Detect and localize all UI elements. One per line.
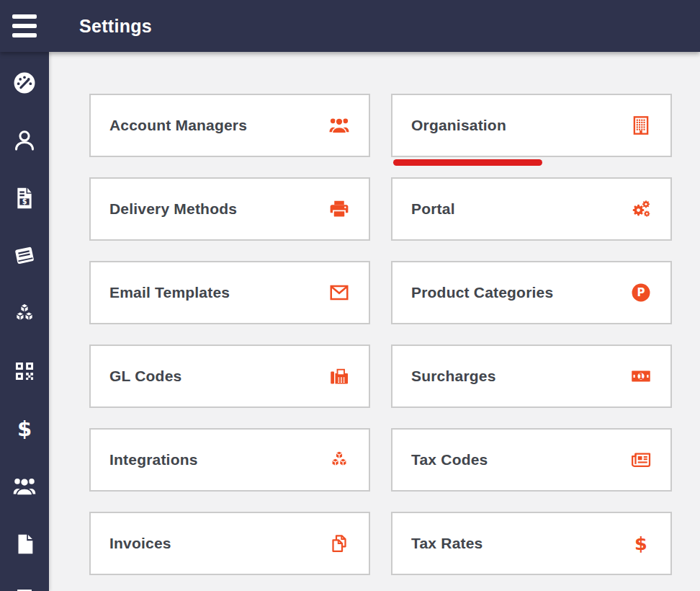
settings-card-organisation[interactable]: Organisation	[391, 94, 672, 157]
settings-card-invoices[interactable]: Invoices	[89, 512, 370, 575]
annotation-underline-icon	[393, 159, 542, 166]
user-icon	[12, 128, 37, 153]
settings-card-gl-codes[interactable]: GL Codes	[89, 345, 370, 408]
dollar-sign-icon: $	[630, 533, 652, 554]
sidebar-item-qrcode[interactable]	[12, 359, 37, 383]
hamburger-bar	[12, 33, 37, 37]
card-label: Product Categories	[411, 284, 553, 301]
tachometer-icon	[12, 71, 37, 95]
copy-icon	[328, 533, 350, 554]
svg-text:$: $	[22, 197, 27, 205]
fax-icon	[328, 365, 350, 387]
sidebar-item-book[interactable]	[12, 244, 37, 268]
print-icon	[328, 198, 350, 220]
card-label: Email Templates	[109, 284, 230, 301]
money-bill-icon: 1	[630, 365, 652, 387]
card-label: Delivery Methods	[109, 200, 237, 218]
settings-card-email-templates[interactable]: Email Templates	[89, 261, 370, 324]
file-icon	[12, 532, 37, 556]
settings-card-product-categories[interactable]: Product Categories P	[391, 261, 672, 324]
svg-text:$: $	[17, 417, 32, 441]
card-label: Tax Rates	[411, 535, 483, 552]
card-label: Organisation	[411, 117, 506, 134]
card-label: Integrations	[109, 451, 198, 468]
hamburger-icon	[12, 14, 37, 37]
file-invoice-dollar-icon: $	[12, 186, 37, 210]
book-icon	[12, 244, 37, 268]
card-label: GL Codes	[109, 368, 181, 385]
p-circle-icon: P	[630, 282, 652, 303]
sidebar-item-cubes[interactable]	[12, 301, 37, 326]
sidebar-item-tachometer[interactable]	[12, 71, 37, 95]
dollar-sign-icon: $	[12, 417, 37, 441]
building-icon	[630, 115, 652, 136]
settings-card-tax-codes[interactable]: Tax Codes	[391, 428, 672, 492]
settings-card-portal[interactable]: Portal	[391, 177, 672, 241]
cogs-icon	[630, 198, 652, 220]
settings-card-account-managers[interactable]: Account Managers	[89, 94, 370, 157]
sidebar-item-users[interactable]	[12, 474, 37, 499]
svg-text:1: 1	[639, 373, 644, 381]
card-label: Surcharges	[411, 368, 496, 385]
card-label: Portal	[411, 200, 455, 218]
cubes-icon	[12, 301, 37, 326]
svg-text:P: P	[637, 286, 645, 299]
users-icon	[328, 115, 350, 136]
sidebar-item-user[interactable]	[12, 128, 37, 153]
card-label: Invoices	[109, 535, 171, 552]
sidebar: $ $	[0, 52, 49, 591]
sidebar-item-file-invoice-dollar[interactable]: $	[12, 186, 37, 210]
app-header: Settings	[0, 0, 700, 52]
users-icon	[12, 474, 37, 499]
newspaper-icon	[630, 449, 652, 471]
sidebar-item-dollar-sign[interactable]: $	[12, 417, 37, 441]
svg-text:$: $	[634, 533, 647, 554]
settings-card-grid: Account Managers Organisation Delivery M…	[49, 52, 700, 575]
envelope-icon	[328, 282, 350, 303]
cubes-icon	[328, 449, 350, 471]
settings-card-tax-rates[interactable]: Tax Rates $	[391, 512, 672, 575]
card-label: Tax Codes	[411, 451, 488, 468]
settings-content: Account Managers Organisation Delivery M…	[49, 52, 700, 591]
settings-card-surcharges[interactable]: Surcharges 1	[391, 345, 672, 408]
settings-card-integrations[interactable]: Integrations	[89, 428, 370, 492]
menu-button[interactable]	[0, 0, 49, 52]
page-title: Settings	[79, 16, 152, 37]
settings-card-delivery-methods[interactable]: Delivery Methods	[89, 177, 370, 241]
card-label: Account Managers	[109, 117, 247, 134]
sidebar-item-file[interactable]	[12, 532, 37, 556]
qrcode-icon	[12, 359, 37, 383]
hamburger-bar	[12, 24, 37, 28]
hamburger-bar	[12, 14, 37, 19]
app-root: Settings $ $ Account Managers Organisati…	[0, 0, 700, 591]
